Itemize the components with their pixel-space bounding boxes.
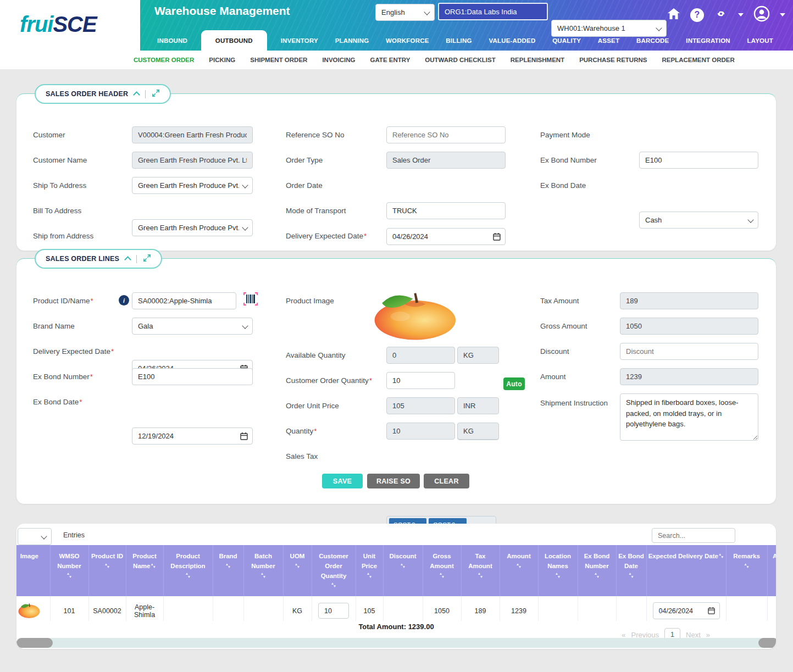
customer-order-qty-input[interactable] [386,372,455,389]
tab-workforce[interactable]: WORKFORCE [382,30,432,51]
tab-integration[interactable]: INTEGRATION [683,30,734,51]
sort-icon[interactable] [150,563,156,568]
search-input[interactable] [652,528,735,543]
sort-icon[interactable] [718,553,724,558]
clear-button[interactable]: CLEAR [424,474,469,488]
tab-inventory[interactable]: INVENTORY [278,30,321,51]
language-select[interactable]: English [375,4,435,21]
col-ex-bond-date[interactable]: Ex Bond Date [616,545,646,596]
transport-input[interactable] [386,202,506,219]
entries-select[interactable] [18,528,52,545]
row-qty-input[interactable] [318,603,349,619]
collapse-chevron-icon[interactable] [124,256,131,263]
col-product-description[interactable]: Product Description [163,545,213,596]
ex-bond-number-input[interactable] [639,152,758,169]
sort-icon[interactable] [628,572,634,577]
subtab-shipment-order[interactable]: SHIPMENT ORDER [250,57,307,63]
calendar-icon[interactable] [240,432,248,442]
subtab-outward-checklist[interactable]: OUTWARD CHECKLIST [425,57,495,63]
subtab-customer-order[interactable]: CUSTOMER ORDER [134,57,194,63]
link-caret-down-icon[interactable] [738,13,744,16]
help-icon[interactable] [690,8,704,22]
sort-icon[interactable] [478,572,483,577]
expand-icon[interactable] [152,89,160,99]
col-remarks[interactable]: Remarks [726,545,767,596]
tab-barcode[interactable]: BARCODE [633,30,673,51]
tab-quality[interactable]: QUALITY [549,30,584,51]
tab-value-added[interactable]: VALUE-ADDED [485,30,539,51]
payment-mode-select[interactable]: Cash [639,212,758,229]
col-ex-bond-number[interactable]: Ex Bond Number [578,545,616,596]
line-ex-bond-number-input[interactable] [132,368,253,385]
tab-layout[interactable]: LAYOUT [744,30,777,51]
sort-icon[interactable] [225,563,231,568]
user-avatar-icon[interactable] [753,5,770,24]
subtab-picking[interactable]: PICKING [209,57,235,63]
info-icon[interactable] [119,295,129,306]
auto-button[interactable]: Auto [503,377,525,390]
raise-so-button[interactable]: RAISE SO [367,474,420,488]
sort-icon[interactable] [367,572,372,577]
order-date-input[interactable] [386,228,506,245]
col-tax-amount[interactable]: Tax Amount [461,545,500,596]
sort-icon[interactable] [400,563,406,568]
tab-asset[interactable]: ASSET [595,30,623,51]
sort-icon[interactable] [331,582,336,587]
col-discount[interactable]: Discount [383,545,423,596]
product-id-input[interactable] [132,292,236,309]
brand-select[interactable]: Gala [132,318,253,335]
ship-to-select[interactable]: Green Earth Fresh Produce Pvt. L [132,177,253,194]
user-caret-down-icon[interactable] [780,13,785,16]
sort-icon[interactable] [744,563,749,568]
calendar-icon[interactable] [493,232,501,243]
subtab-replenishment[interactable]: REPLENISHMENT [511,57,564,63]
save-button[interactable]: SAVE [322,474,363,488]
col-product-id[interactable]: Product ID [88,545,126,596]
col-location-names[interactable]: Location Names [538,545,578,596]
subtab-purchase-returns[interactable]: PURCHASE RETURNS [579,57,647,63]
tab-planning[interactable]: PLANNING [332,30,373,51]
sort-icon[interactable] [185,572,191,577]
barcode-scan-icon[interactable] [243,292,258,308]
col-image[interactable]: Image [16,545,50,596]
subtab-invoicing[interactable]: INVOICING [322,57,355,63]
tab-outbound[interactable]: OUTBOUND [201,30,267,51]
tab-billing[interactable]: BILLING [442,30,475,51]
link-icon[interactable] [714,8,728,21]
horizontal-scrollbar[interactable] [16,638,776,648]
reference-so-input[interactable] [386,126,506,143]
line-ex-bond-date-input[interactable] [132,427,253,445]
col-batch-number[interactable]: Batch Number [243,545,283,596]
home-icon[interactable] [667,8,680,22]
col-expected-delivery-date[interactable]: Expected Delivery Date [646,545,726,596]
scrollbar-thumb-left[interactable] [16,638,53,648]
sort-icon[interactable] [439,572,445,577]
shipment-instruction-textarea[interactable]: Shipped in fiberboard boxes, loose-packe… [620,393,758,441]
tab-inbound[interactable]: INBOUND [154,30,191,51]
col-brand[interactable]: Brand [213,545,243,596]
scrollbar-thumb-right[interactable] [758,638,776,648]
subtab-replacement-order[interactable]: REPLACEMENT ORDER [662,57,734,63]
expand-icon[interactable] [143,254,151,264]
sort-icon[interactable] [516,563,522,568]
bill-to-select[interactable]: Green Earth Fresh Produce Pvt. L [132,219,253,236]
col-product-name[interactable]: Product Name [126,545,163,596]
col-unit-price[interactable]: Unit Price [356,545,383,596]
sort-icon[interactable] [295,563,300,568]
calendar-icon[interactable] [708,607,715,616]
sort-icon[interactable] [555,572,561,577]
col-amount[interactable]: Amount [500,545,538,596]
col-gross-amount[interactable]: Gross Amount [423,545,461,596]
sort-icon[interactable] [66,572,72,577]
sort-icon[interactable] [104,563,110,568]
sort-icon[interactable] [594,572,600,577]
cell-discount [383,596,423,621]
col-uom[interactable]: UOM [283,545,312,596]
col-customer-order-quantity[interactable]: Customer Order Quantity [312,545,356,596]
sort-icon[interactable] [260,572,266,577]
org-input[interactable] [438,3,548,20]
discount-input[interactable] [620,343,758,360]
col-wmso-number[interactable]: WMSO Number [50,545,88,596]
subtab-gate-entry[interactable]: GATE ENTRY [370,57,410,63]
collapse-chevron-icon[interactable] [133,91,140,98]
